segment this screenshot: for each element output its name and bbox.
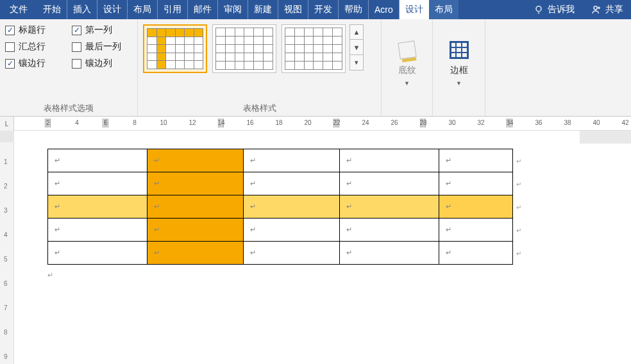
ruler-vertical[interactable]: 123456789	[0, 131, 14, 364]
group-table-styles: ▲ ▼ ▾ 表格样式	[138, 19, 382, 116]
tab-design[interactable]: 设计	[97, 0, 128, 19]
table-cell[interactable]: ↵	[147, 149, 244, 172]
tab-mailings[interactable]: 邮件	[188, 0, 218, 19]
table-row[interactable]: ↵↵↵↵↵↵	[48, 219, 513, 242]
tab-file[interactable]: 文件	[0, 0, 37, 19]
chevron-down-icon: ▼	[456, 80, 462, 87]
chevron-down-icon: ▼	[404, 80, 410, 87]
table-cell[interactable]: ↵	[48, 219, 147, 242]
table-cell[interactable]: ↵↵	[439, 149, 513, 172]
tab-insert[interactable]: 插入	[67, 0, 97, 19]
table-cell[interactable]: ↵	[244, 242, 340, 265]
tell-me[interactable]: 告诉我	[525, 0, 584, 19]
tab-table-layout[interactable]: 布局	[429, 0, 459, 19]
ribbon-tabs: 文件 开始 插入 设计 布局 引用 邮件 审阅 新建 视图 开发 帮助 Acro…	[0, 0, 631, 19]
chk-banded-cols[interactable]: 镶边列	[72, 58, 132, 69]
table-cell[interactable]: ↵↵	[439, 219, 513, 242]
chk-first-col[interactable]: ✓第一列	[72, 24, 132, 36]
table-cell[interactable]: ↵	[48, 195, 147, 219]
ruler-horizontal[interactable]: L 24681012141618202224262830323436384042	[0, 117, 631, 131]
style-thumb-3[interactable]	[282, 24, 346, 73]
table-cell[interactable]: ↵	[147, 172, 244, 195]
gallery-up-button[interactable]: ▲	[349, 24, 364, 40]
table-cell[interactable]: ↵	[340, 195, 439, 219]
svg-point-1	[594, 6, 597, 10]
group-label-table-styles: 表格样式	[143, 100, 376, 116]
gallery-down-button[interactable]: ▼	[349, 40, 364, 55]
chk-banded-cols-label: 镶边列	[85, 58, 112, 69]
tab-review[interactable]: 审阅	[218, 0, 248, 19]
paragraph-mark: ↵	[47, 271, 631, 279]
table-cell[interactable]: ↵↵	[439, 172, 513, 195]
tab-developer[interactable]: 开发	[308, 0, 339, 19]
table-row[interactable]: ↵↵↵↵↵↵	[48, 195, 513, 219]
table-row[interactable]: ↵↵↵↵↵↵	[48, 149, 513, 172]
tab-selector[interactable]: L	[0, 117, 14, 131]
tab-table-design[interactable]: 设计	[400, 0, 429, 19]
table-cell[interactable]: ↵↵	[439, 195, 513, 219]
table-cell[interactable]: ↵	[340, 219, 439, 242]
gallery-more-button[interactable]: ▾	[349, 55, 364, 70]
tab-references[interactable]: 引用	[158, 0, 188, 19]
borders-button[interactable]: 边框 ▼	[438, 23, 480, 102]
table-cell[interactable]: ↵	[48, 242, 147, 265]
tab-acrobat[interactable]: Acro	[369, 0, 400, 19]
chk-first-col-label: 第一列	[85, 24, 112, 36]
style-thumb-2[interactable]	[212, 24, 276, 73]
table-row[interactable]: ↵↵↵↵↵↵	[48, 172, 513, 195]
table-cell[interactable]: ↵	[340, 172, 439, 195]
table-cell[interactable]: ↵	[244, 172, 340, 195]
table-cell[interactable]: ↵	[244, 149, 340, 172]
shading-label: 底纹	[398, 65, 416, 76]
lightbulb-icon	[534, 4, 544, 15]
style-thumb-1[interactable]	[143, 24, 207, 73]
tab-layout[interactable]: 布局	[128, 0, 158, 19]
style-gallery-scroll: ▲ ▼ ▾	[349, 24, 364, 70]
chk-header-row-label: 标题行	[19, 24, 46, 36]
share-label: 共享	[605, 4, 623, 15]
share-button[interactable]: 共享	[584, 0, 631, 19]
chk-total-row-label: 汇总行	[19, 41, 46, 53]
document-page[interactable]: ↵↵↵↵↵↵↵↵↵↵↵↵↵↵↵↵↵↵↵↵↵↵↵↵↵↵↵↵↵↵ ↵	[14, 131, 631, 364]
person-share-icon	[591, 4, 602, 15]
tell-me-label: 告诉我	[548, 4, 575, 15]
chk-banded-rows-label: 镶边行	[19, 58, 46, 69]
group-label-style-options: 表格样式选项	[5, 100, 132, 116]
table-cell[interactable]: ↵	[48, 172, 147, 195]
chk-last-col[interactable]: 最后一列	[72, 41, 132, 53]
borders-label: 边框	[450, 65, 468, 76]
svg-point-0	[536, 6, 541, 12]
table-cell[interactable]: ↵	[244, 195, 340, 219]
table-cell[interactable]: ↵	[340, 149, 439, 172]
user-table[interactable]: ↵↵↵↵↵↵↵↵↵↵↵↵↵↵↵↵↵↵↵↵↵↵↵↵↵↵↵↵↵↵	[47, 149, 513, 265]
table-cell[interactable]: ↵	[147, 195, 244, 219]
chk-banded-rows[interactable]: ✓镶边行	[5, 58, 65, 69]
table-cell[interactable]: ↵↵	[439, 242, 513, 265]
table-cell[interactable]: ↵	[147, 242, 244, 265]
group-shading: 底纹 ▼	[382, 19, 433, 116]
chk-total-row[interactable]: 汇总行	[5, 41, 65, 53]
chk-header-row[interactable]: ✓标题行	[5, 24, 65, 36]
borders-icon	[450, 41, 469, 59]
chk-last-col-label: 最后一列	[85, 41, 121, 53]
ribbon: ✓标题行 ✓第一列 汇总行 最后一列 ✓镶边行 镶边列 表格样式选项	[0, 19, 631, 117]
tab-help[interactable]: 帮助	[339, 0, 369, 19]
tab-view[interactable]: 视图	[278, 0, 308, 19]
shading-button[interactable]: 底纹 ▼	[387, 23, 427, 102]
group-borders: 边框 ▼	[433, 19, 485, 116]
table-cell[interactable]: ↵	[48, 149, 147, 172]
group-table-style-options: ✓标题行 ✓第一列 汇总行 最后一列 ✓镶边行 镶边列 表格样式选项	[0, 19, 138, 116]
tab-new[interactable]: 新建	[248, 0, 278, 19]
table-cell[interactable]: ↵	[147, 219, 244, 242]
table-cell[interactable]: ↵	[244, 219, 340, 242]
tab-home[interactable]: 开始	[37, 0, 67, 19]
table-row[interactable]: ↵↵↵↵↵↵	[48, 242, 513, 265]
table-cell[interactable]: ↵	[340, 242, 439, 265]
paint-bucket-icon	[398, 40, 416, 59]
